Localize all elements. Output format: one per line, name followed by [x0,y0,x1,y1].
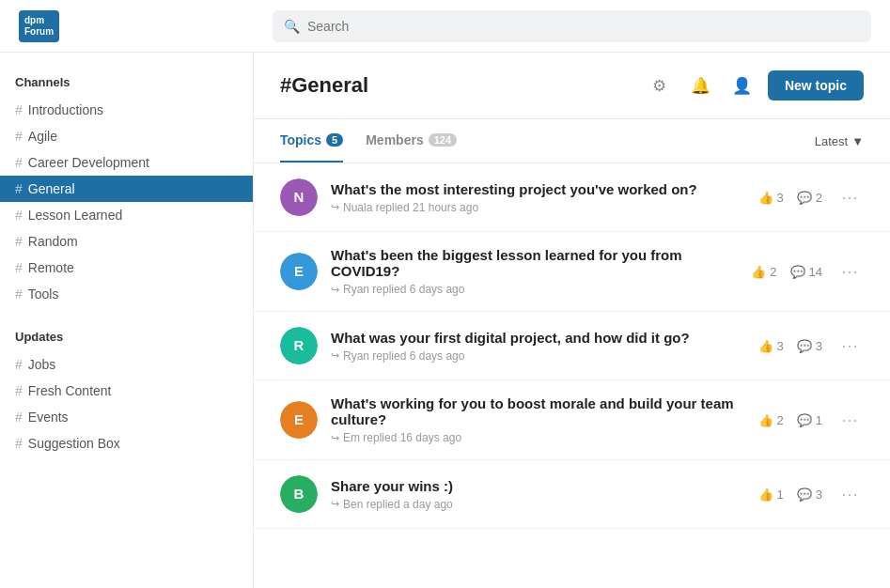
comment-icon: 💬 [797,339,812,353]
likes-stat: 👍 2 [758,413,784,427]
more-options-button[interactable]: ⋯ [835,333,864,358]
reply-info: Ryan replied 6 days ago [343,349,464,363]
topic-title: Share your wins :) [331,478,745,494]
members-badge: 124 [429,133,457,147]
sidebar-item-introductions[interactable]: #Introductions [0,97,253,123]
sidebar-item-agile[interactable]: #Agile [0,123,253,149]
more-options-button[interactable]: ⋯ [835,259,864,284]
comments-stat: 💬 2 [797,191,822,205]
reply-info: Ryan replied 6 days ago [343,283,464,296]
hash-icon: # [15,155,23,170]
tabs-left: Topics 5 Members 124 [280,119,479,162]
svg-text:R: R [294,337,304,353]
hash-icon: # [15,260,23,275]
sidebar-item-remote[interactable]: #Remote [0,255,253,281]
more-options-button[interactable]: ⋯ [835,185,864,209]
sidebar-item-lesson-learned[interactable]: #Lesson Learned [0,202,253,228]
topic-item[interactable]: N What's the most interesting project yo… [254,163,890,232]
sidebar-item-label: Events [28,410,69,425]
hash-icon: # [15,208,23,223]
topic-title: What's been the biggest lesson learned f… [331,247,738,279]
sort-button[interactable]: Latest ▼ [815,134,864,148]
comments-stat: 💬 14 [790,265,822,279]
sidebar: Channels #Introductions#Agile#Career Dev… [0,53,254,588]
topic-meta: ↪ Ryan replied 6 days ago [331,349,745,363]
topic-stats: 👍 1 💬 3 ⋯ [758,482,864,506]
sidebar-item-jobs[interactable]: #Jobs [0,351,253,378]
topic-meta: ↪ Nuala replied 21 hours ago [331,201,745,214]
settings-button[interactable]: ⚙ [644,70,676,101]
sidebar-item-label: Suggestion Box [28,436,120,451]
thumbs-up-icon: 👍 [751,265,766,279]
svg-text:N: N [294,189,304,205]
topics-badge: 5 [326,133,343,147]
notifications-button[interactable]: 🔔 [685,70,717,101]
reply-icon: ↪ [331,284,339,296]
tabs-bar: Topics 5 Members 124 Latest ▼ [254,119,890,163]
comments-count: 2 [816,191,822,205]
comments-stat: 💬 3 [797,487,822,502]
sidebar-item-suggestion-box[interactable]: #Suggestion Box [0,430,253,456]
sidebar-item-career-development[interactable]: #Career Development [0,149,253,176]
topic-content: What's the most interesting project you'… [331,181,745,214]
topic-content: Share your wins :) ↪ Ben replied a day a… [331,478,745,511]
members-button[interactable]: 👤 [726,70,758,101]
avatar: N [280,178,318,216]
more-options-button[interactable]: ⋯ [835,408,864,432]
comments-count: 14 [809,265,822,279]
sidebar-item-label: Lesson Learned [28,208,122,223]
topic-stats: 👍 3 💬 3 ⋯ [758,333,864,358]
comments-count: 3 [816,339,822,353]
sidebar-item-tools[interactable]: #Tools [0,281,253,307]
more-options-button[interactable]: ⋯ [835,482,864,506]
comments-count: 1 [816,413,822,427]
reply-icon: ↪ [331,432,339,444]
tab-topics[interactable]: Topics 5 [280,119,343,162]
channels-list: #Introductions#Agile#Career Development#… [0,97,253,307]
topic-item[interactable]: B Share your wins :) ↪ Ben replied a day… [254,460,890,529]
comment-icon: 💬 [790,265,805,279]
hash-icon: # [15,102,23,117]
topic-stats: 👍 2 💬 1 ⋯ [758,408,864,432]
main-content: #General ⚙ 🔔 👤 New topic Topics 5 Member… [254,53,890,588]
channel-title: #General [280,73,368,98]
updates-list: #Jobs#Fresh Content#Events#Suggestion Bo… [0,351,253,456]
likes-count: 2 [770,265,776,279]
comment-icon: 💬 [797,413,812,427]
avatar: E [280,253,318,290]
sidebar-item-general[interactable]: #General [0,176,253,202]
search-bar[interactable]: 🔍 [273,10,871,42]
channel-header: #General ⚙ 🔔 👤 New topic [254,53,890,119]
sidebar-item-label: Remote [28,260,74,275]
tab-members[interactable]: Members 124 [366,119,457,162]
sidebar-item-random[interactable]: #Random [0,228,253,255]
layout: Channels #Introductions#Agile#Career Dev… [0,53,890,588]
topic-item[interactable]: E What's working for you to boost morale… [254,380,890,460]
likes-stat: 👍 2 [751,265,776,279]
new-topic-button[interactable]: New topic [768,70,864,101]
hash-icon: # [15,286,23,302]
reply-icon: ↪ [331,349,339,362]
comments-count: 3 [816,487,822,502]
updates-title: Updates [0,330,253,351]
sidebar-item-label: Tools [28,286,59,302]
reply-icon: ↪ [331,201,339,213]
thumbs-up-icon: 👍 [758,339,773,353]
sidebar-item-fresh-content[interactable]: #Fresh Content [0,378,253,404]
topic-meta: ↪ Ryan replied 6 days ago [331,283,738,296]
hash-icon: # [15,181,23,196]
topic-title: What's working for you to boost morale a… [331,395,745,427]
likes-count: 3 [777,191,784,205]
topic-list: N What's the most interesting project yo… [254,163,890,588]
reply-info: Em replied 16 days ago [343,431,461,444]
hash-icon: # [15,383,23,398]
svg-text:E: E [294,263,304,279]
hash-icon: # [15,357,23,372]
topic-item[interactable]: R What was your first digital project, a… [254,312,890,380]
search-input[interactable] [307,19,860,34]
topic-item[interactable]: E What's been the biggest lesson learned… [254,232,890,312]
logo-box: dpm Forum [19,10,59,42]
avatar: E [280,401,318,439]
sidebar-item-events[interactable]: #Events [0,404,253,430]
likes-count: 1 [777,487,784,502]
